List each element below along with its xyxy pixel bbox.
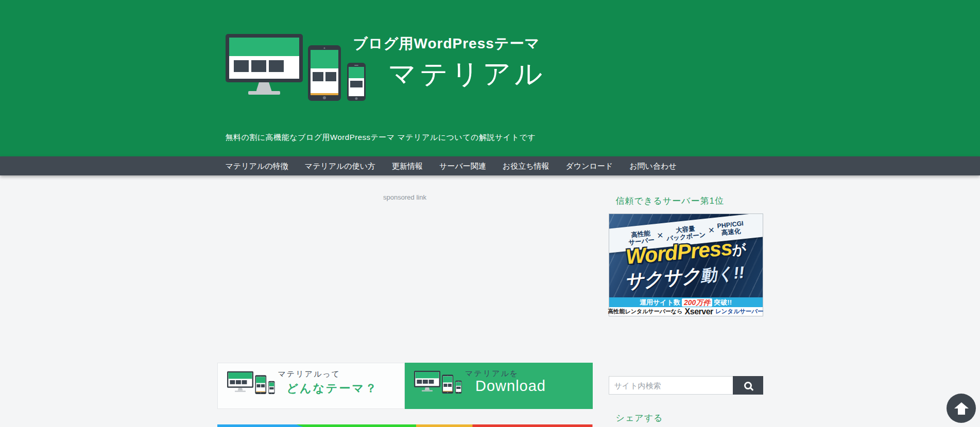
share-twitter-bar[interactable] <box>217 424 305 427</box>
ad-feature-3: PHP/CGI 高速化 <box>716 220 744 237</box>
monitor-illustration <box>226 34 303 95</box>
tablet-illustration <box>308 45 341 101</box>
site-logo-link[interactable]: ブログ用WordPressテーマ マテリアル <box>226 33 565 105</box>
about-banner-line1: マテリアルって <box>278 369 340 379</box>
site-header: ブログ用WordPressテーマ マテリアル 無料の割に高機能なブログ用Word… <box>0 0 980 156</box>
phone-illustration <box>347 63 366 101</box>
server-ranking-heading: 信頼できるサーバー第1位 <box>609 195 763 207</box>
nav-item-tips[interactable]: お役立ち情報 <box>494 156 558 175</box>
ad-stats-label: 運用サイト数 <box>640 298 680 307</box>
ad-headline-particle: が <box>731 241 747 258</box>
search-input[interactable] <box>609 376 733 395</box>
site-tagline: ブログ用WordPressテーマ <box>353 34 540 54</box>
nav-item-contact[interactable]: お問い合わせ <box>621 156 684 175</box>
site-description: 無料の割に高機能なブログ用WordPressテーマ マテリアルについての解説サイ… <box>226 133 536 143</box>
responsive-devices-illustration <box>414 370 461 394</box>
ad-headline2: サクサク <box>623 264 700 292</box>
nav-item-updates[interactable]: 更新情報 <box>384 156 431 175</box>
sidebar: 信頼できるサーバー第1位 高性能 サーバー × 大容量 バックボーン × PHP… <box>609 175 763 427</box>
multiply-icon: × <box>708 224 715 236</box>
multiply-icon: × <box>656 229 663 242</box>
share-buttons-strip[interactable] <box>217 424 593 427</box>
ad-headline2-suffix: 動く!! <box>699 263 745 285</box>
arrow-up-icon <box>954 402 969 415</box>
share-hatena-bar[interactable] <box>411 424 473 427</box>
theme-banner-row: マテリアルって どんなテーマ？ マテリアルを Download <box>217 363 593 409</box>
about-theme-banner[interactable]: マテリアルって どんなテーマ？ <box>217 363 405 409</box>
download-banner-line2: Download <box>475 378 546 395</box>
xserver-logo: Xserver <box>685 307 713 316</box>
search-button[interactable] <box>733 376 763 395</box>
main-navigation: マテリアルの特徴 マテリアルの使い方 更新情報 サーバー関連 お役立ち情報 ダウ… <box>0 156 980 175</box>
share-line-bar[interactable] <box>295 424 416 427</box>
ad-stats-suffix: 突破!! <box>714 298 732 307</box>
magnifier-icon <box>744 382 752 389</box>
nav-item-features[interactable]: マテリアルの特徴 <box>217 156 297 175</box>
responsive-devices-illustration <box>227 371 274 394</box>
share-pocket-bar[interactable] <box>468 424 593 427</box>
responsive-devices-illustration <box>226 33 366 101</box>
site-search <box>609 376 763 395</box>
sponsored-link-label: sponsored link <box>217 193 593 202</box>
site-title: マテリアル <box>388 56 546 93</box>
ad-footer-lead: 高性能レンタルサーバーなら <box>608 308 683 315</box>
ad-stats-value: 200万件 <box>682 298 712 307</box>
nav-item-download[interactable]: ダウンロード <box>557 156 621 175</box>
xserver-ad-banner[interactable]: 高性能 サーバー × 大容量 バックボーン × PHP/CGI 高速化 Word… <box>609 214 763 316</box>
about-banner-line2: どんなテーマ？ <box>287 381 379 396</box>
share-heading: シェアする <box>609 412 763 424</box>
download-theme-banner[interactable]: マテリアルを Download <box>405 363 593 409</box>
nav-item-server[interactable]: サーバー関連 <box>431 156 494 175</box>
ad-footer-tail: レンタルサーバー <box>715 308 764 315</box>
scroll-to-top-button[interactable] <box>947 394 976 423</box>
nav-item-usage[interactable]: マテリアルの使い方 <box>297 156 384 175</box>
main-column: sponsored link マテリアルって どんなテーマ？ <box>217 175 593 427</box>
